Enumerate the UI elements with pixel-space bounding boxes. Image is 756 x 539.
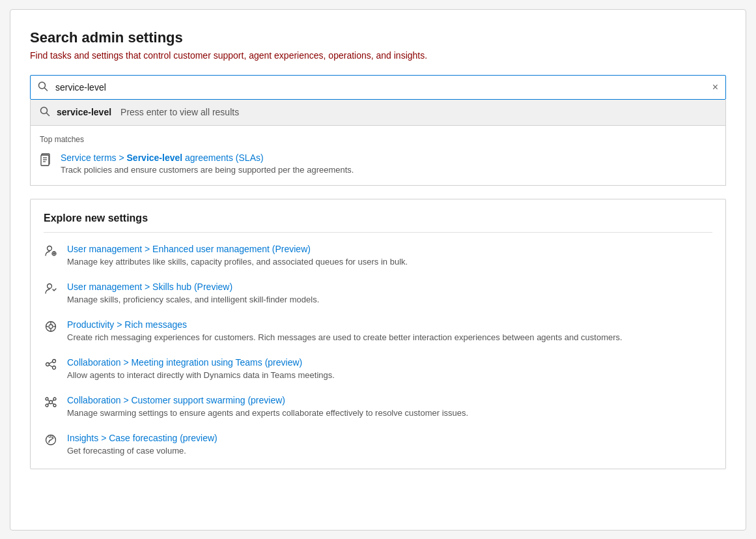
- explore-item-content-user-enhanced: User management > Enhanced user manageme…: [67, 243, 408, 267]
- main-container: Search admin settings Find tasks and set…: [10, 9, 746, 531]
- explore-item-rich-messages: Productivity > Rich messages Create rich…: [44, 319, 712, 342]
- explore-item-desc-user-enhanced: Manage key attributes like skills, capac…: [67, 257, 408, 267]
- user-management-icon: [44, 244, 58, 261]
- explore-item-content-swarming: Collaboration > Customer support swarmin…: [67, 394, 468, 418]
- explore-item-link-rich-messages[interactable]: Productivity > Rich messages: [67, 319, 187, 330]
- explore-item-link-swarming[interactable]: Collaboration > Customer support swarmin…: [67, 395, 285, 405]
- clear-search-button[interactable]: ×: [712, 81, 718, 93]
- skills-hub-icon: [44, 282, 58, 299]
- top-matches-section: Top matches Service terms > Service-leve…: [30, 126, 726, 186]
- svg-line-3: [47, 113, 49, 115]
- match-link-bold: Service-level: [127, 153, 183, 163]
- explore-item-content-skills-hub: User management > Skills hub (Preview) M…: [67, 281, 319, 304]
- explore-item-desc-skills-hub: Manage skills, proficiency scales, and i…: [67, 295, 319, 304]
- match-link-prefix: Service terms >: [61, 153, 127, 163]
- svg-point-31: [46, 404, 48, 407]
- svg-point-25: [53, 366, 56, 369]
- collaboration-meeting-icon: [44, 358, 58, 374]
- explore-item-content-rich-messages: Productivity > Rich messages Create rich…: [67, 319, 623, 342]
- svg-line-40: [49, 437, 49, 438]
- top-matches-label: Top matches: [40, 135, 716, 144]
- explore-item-link-meeting-integration[interactable]: Collaboration > Meeting integration usin…: [67, 357, 302, 368]
- productivity-icon: [44, 320, 58, 336]
- svg-line-1: [45, 88, 48, 91]
- svg-rect-8: [41, 155, 49, 166]
- autocomplete-bold-text: service-level: [57, 107, 111, 117]
- match-link[interactable]: Service terms > Service-level agreements…: [61, 153, 264, 163]
- explore-item-meeting-integration: Collaboration > Meeting integration usin…: [44, 357, 712, 380]
- svg-point-29: [46, 398, 48, 400]
- svg-line-41: [52, 437, 53, 438]
- explore-item-case-forecasting: Insights > Case forecasting (preview) Ge…: [44, 432, 712, 456]
- autocomplete-row[interactable]: service-level Press enter to view all re…: [30, 100, 726, 126]
- match-description: Track policies and ensure customers are …: [61, 165, 354, 175]
- svg-line-33: [48, 400, 49, 401]
- explore-item-desc-rich-messages: Create rich messaging experiences for cu…: [67, 332, 623, 342]
- search-icon-left: [38, 81, 48, 93]
- svg-point-24: [53, 359, 56, 362]
- svg-point-23: [46, 362, 49, 366]
- svg-line-35: [48, 403, 49, 404]
- insights-icon: [44, 433, 58, 450]
- svg-line-27: [49, 365, 53, 367]
- svg-line-34: [53, 400, 54, 401]
- match-link-suffix: agreements (SLAs): [182, 153, 264, 163]
- explore-item-content-case-forecasting: Insights > Case forecasting (preview) Ge…: [67, 432, 217, 456]
- explore-title: Explore new settings: [44, 212, 712, 233]
- svg-point-16: [48, 284, 52, 288]
- svg-point-28: [49, 400, 53, 403]
- svg-point-30: [53, 398, 56, 400]
- service-terms-icon: [40, 153, 53, 169]
- explore-item-swarming: Collaboration > Customer support swarmin…: [44, 394, 712, 418]
- explore-item-link-case-forecasting[interactable]: Insights > Case forecasting (preview): [67, 433, 217, 443]
- page-subtitle: Find tasks and settings that control cus…: [30, 50, 726, 61]
- match-item: Service terms > Service-level agreements…: [40, 152, 716, 175]
- explore-item-desc-meeting-integration: Allow agents to interact directly with D…: [67, 370, 335, 380]
- svg-point-18: [49, 325, 53, 328]
- explore-item-link-user-enhanced[interactable]: User management > Enhanced user manageme…: [67, 244, 311, 254]
- match-content: Service terms > Service-level agreements…: [61, 152, 354, 175]
- svg-line-36: [53, 403, 54, 404]
- autocomplete-hint-text: Press enter to view all results: [120, 107, 239, 117]
- page-title: Search admin settings: [30, 29, 726, 46]
- autocomplete-search-icon: [40, 106, 50, 119]
- svg-point-32: [53, 404, 56, 407]
- explore-item-content-meeting-integration: Collaboration > Meeting integration usin…: [67, 357, 335, 380]
- svg-line-26: [49, 362, 53, 364]
- explore-section: Explore new settings User management > E…: [30, 199, 726, 469]
- search-wrapper: ×: [30, 75, 726, 100]
- explore-item-desc-case-forecasting: Get forecasting of case volume.: [67, 446, 217, 456]
- search-input[interactable]: [30, 75, 726, 100]
- collaboration-swarming-icon: [44, 396, 58, 412]
- explore-item-desc-swarming: Manage swarming settings to ensure agent…: [67, 408, 468, 418]
- explore-item-user-mgmt-enhanced: User management > Enhanced user manageme…: [44, 243, 712, 267]
- svg-point-38: [48, 441, 49, 443]
- explore-item-link-skills-hub[interactable]: User management > Skills hub (Preview): [67, 282, 232, 292]
- svg-point-12: [48, 246, 52, 250]
- explore-item-skills-hub: User management > Skills hub (Preview) M…: [44, 281, 712, 304]
